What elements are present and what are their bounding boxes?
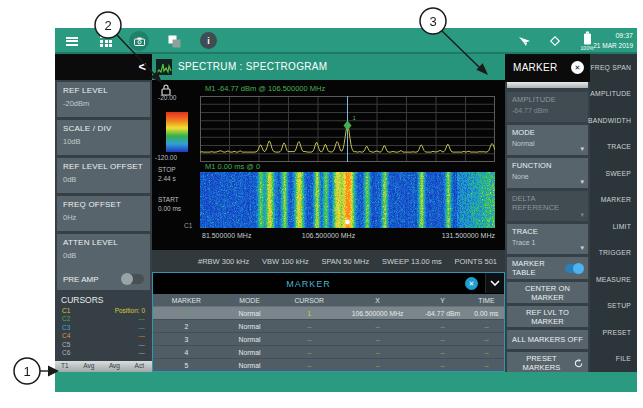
marker-table-header: MARKERMODECURSORXYTIME (153, 294, 504, 306)
marker-panel-title: MARKER (513, 62, 558, 73)
collapse-sidebar-icon[interactable]: < (138, 59, 146, 74)
panel-scrollbar[interactable] (507, 82, 588, 88)
rail-item-marker[interactable]: MARKER (590, 187, 637, 214)
panel-button-preset-markers[interactable]: PRESET MARKERS (507, 352, 588, 373)
sidebar-button-label: REF LEVEL OFFSET (63, 162, 144, 171)
marker-panel-close-icon[interactable]: ✕ (571, 61, 584, 74)
marker-table-cell: -- (279, 336, 339, 343)
cursor-value: --- (139, 315, 146, 322)
panel-item-value: Trace 1 (512, 239, 583, 246)
rail-item-amplitude[interactable]: AMPLITUDE (590, 81, 637, 108)
rail-item-measure[interactable]: MEASURE (590, 266, 637, 293)
sidebar-button-ref-level-offset[interactable]: REF LEVEL OFFSET0dB (57, 158, 150, 193)
marker-table-close-icon[interactable]: ✕ (465, 277, 478, 290)
rail-item-label: AMPLITUDE (590, 90, 631, 97)
marker-table-cell: 106.500000 MHz (339, 310, 416, 317)
sidebar-button-ref-level[interactable]: REF LEVEL-20dBm (57, 82, 150, 117)
cursor-value: Position: 0 (115, 307, 145, 314)
panel-button-ref-lvl-to-marker[interactable]: REF LVL TO MARKER (507, 306, 588, 327)
marker-table-row[interactable]: 5Normal-------- (153, 358, 504, 371)
callout-3-number: 3 (429, 14, 436, 29)
marker-table-cell: -- (469, 323, 504, 330)
trace-status-row[interactable]: T1AvgAvgAct (55, 361, 152, 372)
main-menu-rail: FREQ SPANAMPLITUDEBANDWIDTHTRACESWEEPMAR… (590, 54, 637, 372)
marker-table-cell: -- (339, 349, 416, 356)
marker-table-cell: Normal (220, 349, 280, 356)
rail-item-label: PRESET (603, 329, 631, 336)
rail-item-file[interactable]: FILE (590, 346, 637, 373)
marker-table-row[interactable]: 2Normal-------- (153, 319, 504, 332)
cursor-value: --- (139, 324, 146, 331)
sidebar-button-value: -20dBm (63, 99, 144, 108)
svg-text:1: 1 (353, 115, 357, 121)
cursor-row-c3[interactable]: C3--- (57, 323, 150, 332)
cursor-row-c4[interactable]: C4--- (57, 332, 150, 341)
pre-amp-toggle[interactable] (122, 274, 144, 284)
rail-item-setup[interactable]: SETUP (590, 293, 637, 320)
panel-item-trace[interactable]: TRACETrace 1▾ (507, 224, 588, 254)
rail-item-preset[interactable]: PRESET (590, 319, 637, 346)
cursor-row-c5[interactable]: C5--- (57, 340, 150, 349)
marker-table-header-cell: MARKER (153, 297, 220, 304)
panel-button-all-markers-off[interactable]: ALL MARKERS OFF (507, 330, 588, 349)
spectrogram-plot[interactable] (200, 172, 495, 228)
chevron-down-icon: ▾ (580, 244, 584, 252)
amplitude-top-label: -20.00 (158, 94, 176, 101)
pre-amp-label: PRE AMP (63, 275, 99, 284)
amplitude-bottom-label: -120.00 (155, 154, 177, 161)
marker-table-bar[interactable]: MARKER ✕ (152, 272, 505, 294)
marker-table-header-cell: X (339, 297, 416, 304)
apps-grid-icon[interactable] (99, 28, 113, 54)
info-icon[interactable]: i (200, 32, 217, 49)
cursor-row-c1[interactable]: C1Position: 0 (57, 306, 150, 315)
sidebar-button-label: REF LEVEL (63, 86, 144, 95)
measurement-title: SPECTRUM : SPECTROGRAM (178, 61, 327, 72)
sidebar-buttons: REF LEVEL-20dBmSCALE / DIV10dBREF LEVEL … (57, 82, 150, 269)
toggle-knob (573, 263, 584, 274)
panel-button-center-on-marker[interactable]: CENTER ON MARKER (507, 282, 588, 303)
cursor-row-c2[interactable]: C2--- (57, 315, 150, 324)
rail-item-trace[interactable]: TRACE (590, 134, 637, 161)
panel-button-label: REF LVL TO MARKER (512, 308, 583, 326)
amplitude-colorbar (166, 112, 188, 152)
panel-item-delta-reference: DELTA REFERENCE▾ (507, 191, 588, 221)
chevron-down-icon[interactable] (485, 273, 504, 293)
marker-table-row[interactable]: 4Normal-------- (153, 345, 504, 358)
marker-table-cell: -- (416, 362, 469, 369)
sidebar-button-freq-offset[interactable]: FREQ OFFSET0Hz (57, 196, 150, 231)
sidebar-button-scale-div[interactable]: SCALE / DIV10dB (57, 120, 150, 155)
cursor-value: --- (139, 341, 146, 348)
rail-item-limit[interactable]: LIMIT (590, 213, 637, 240)
measurement-display: SPECTRUM : SPECTROGRAM -20.00 -120.00 ST… (152, 54, 505, 372)
rail-item-freq-span[interactable]: FREQ SPAN (590, 54, 637, 81)
camera-icon[interactable] (129, 31, 149, 51)
sidebar-button-atten-level[interactable]: ATTEN LEVEL0dB (57, 234, 150, 269)
menu-icon[interactable] (65, 28, 79, 54)
rail-item-label: BANDWIDTH (588, 117, 631, 124)
cursor-row-c6[interactable]: C6--- (57, 349, 150, 358)
spectrum-plot[interactable]: 1 (200, 96, 495, 162)
gps-icon[interactable] (549, 28, 561, 54)
panel-item-function[interactable]: FUNCTIONNone▾ (507, 158, 588, 188)
marker-table-cell: 5 (153, 362, 220, 369)
sidebar-button-label: FREQ OFFSET (63, 200, 144, 209)
bottom-bar (55, 372, 637, 392)
status-span: SPAN 50 MHz (321, 257, 369, 266)
marker-table-row[interactable]: 1Normal1106.500000 MHz-64.77 dBm0.00 ms (153, 306, 504, 319)
marker-table-row[interactable]: 3Normal-------- (153, 332, 504, 345)
marker-table-cell: Normal (220, 336, 280, 343)
windows-icon[interactable] (167, 28, 181, 54)
marker-table-toggle[interactable] (565, 264, 583, 273)
panel-item-label: DELTA REFERENCE (512, 194, 583, 212)
rail-item-sweep[interactable]: SWEEP (590, 160, 637, 187)
marker-table-cell: -- (279, 362, 339, 369)
marker-table-cell: -- (469, 336, 504, 343)
rail-item-bandwidth[interactable]: BANDWIDTH (590, 107, 637, 134)
panel-item-mode[interactable]: MODENormal▾ (507, 125, 588, 155)
wireless-icon[interactable] (518, 28, 531, 54)
rail-item-label: LIMIT (613, 223, 631, 230)
panel-button-label: PRESET MARKERS (512, 354, 571, 372)
rail-item-trigger[interactable]: TRIGGER (590, 240, 637, 267)
chevron-down-icon: ▾ (580, 211, 584, 219)
sidebar-button-value: 10dB (63, 137, 144, 146)
